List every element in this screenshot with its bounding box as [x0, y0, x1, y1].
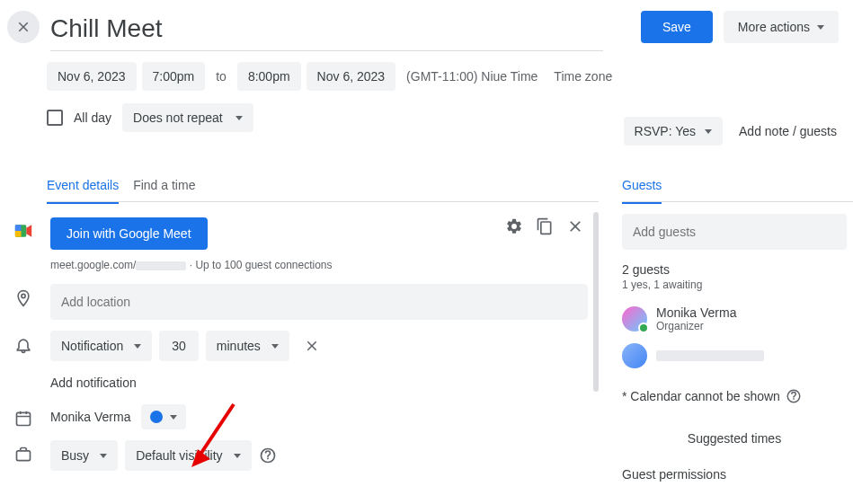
- more-actions-label: More actions: [738, 20, 810, 34]
- to-label: to: [210, 69, 232, 84]
- timezone-text: (GMT-11:00) Niue Time: [401, 69, 543, 84]
- end-date-chip[interactable]: Nov 6, 2023: [307, 62, 396, 91]
- availability-value: Busy: [61, 448, 89, 463]
- calendar-color-select[interactable]: [141, 404, 186, 429]
- guest-count: 2 guests: [622, 250, 847, 279]
- meet-icon: [7, 217, 40, 239]
- meet-link-text: meet.google.com/ · Up to 100 guest conne…: [7, 255, 599, 279]
- repeat-value: Does not repeat: [133, 111, 223, 125]
- svg-rect-4: [17, 412, 31, 425]
- tab-find-a-time[interactable]: Find a time: [133, 178, 195, 204]
- notification-unit-select[interactable]: minutes: [206, 331, 289, 361]
- remove-notification-button[interactable]: [297, 338, 327, 354]
- tab-event-details[interactable]: Event details: [47, 178, 119, 204]
- start-time-chip[interactable]: 7:00pm: [142, 62, 206, 91]
- calendar-warning-text: * Calendar cannot be shown: [622, 389, 780, 403]
- event-title-input[interactable]: [50, 11, 603, 51]
- redacted: [136, 261, 186, 270]
- guest-item-organizer[interactable]: Monika Verma Organizer: [622, 300, 847, 338]
- svg-point-3: [22, 294, 25, 297]
- join-google-meet-button[interactable]: Join with Google Meet: [50, 217, 208, 250]
- chevron-down-icon: [170, 415, 177, 420]
- divider: [622, 201, 853, 202]
- close-icon: [304, 338, 320, 354]
- remove-meet-icon[interactable]: [566, 217, 584, 235]
- gear-icon[interactable]: [505, 217, 523, 235]
- scrollbar[interactable]: [593, 212, 599, 392]
- tab-guests[interactable]: Guests: [622, 178, 662, 204]
- guest-item[interactable]: [622, 338, 847, 374]
- close-icon: [15, 19, 31, 35]
- visibility-value: Default visibility: [136, 448, 222, 463]
- all-day-label: All day: [74, 111, 111, 125]
- guest-role: Organizer: [656, 320, 736, 332]
- visibility-select[interactable]: Default visibility: [125, 440, 251, 471]
- copy-icon[interactable]: [536, 217, 554, 235]
- color-dot: [150, 411, 163, 423]
- timezone-link[interactable]: Time zone: [548, 69, 612, 84]
- briefcase-icon: [7, 440, 40, 464]
- avatar: [622, 343, 647, 368]
- warning-help-icon[interactable]: [786, 388, 802, 404]
- chevron-down-icon: [271, 344, 279, 349]
- bell-icon: [7, 331, 40, 354]
- suggested-times-link[interactable]: Suggested times: [622, 413, 847, 464]
- redacted: [656, 350, 764, 361]
- rsvp-value: RSVP: Yes: [635, 124, 697, 138]
- check-icon: [638, 323, 649, 333]
- rsvp-select[interactable]: RSVP: Yes: [624, 117, 724, 146]
- location-icon: [7, 284, 40, 307]
- availability-select[interactable]: Busy: [50, 440, 118, 471]
- calendar-owner-name: Monika Verma: [50, 410, 130, 424]
- add-notification-link[interactable]: Add notification: [7, 367, 599, 399]
- notification-type-value: Notification: [61, 339, 123, 353]
- repeat-select[interactable]: Does not repeat: [122, 103, 253, 132]
- chevron-down-icon: [235, 116, 243, 120]
- notification-type-select[interactable]: Notification: [50, 331, 152, 361]
- chevron-down-icon: [817, 25, 824, 30]
- start-date-chip[interactable]: Nov 6, 2023: [47, 62, 137, 91]
- svg-rect-2: [15, 231, 22, 237]
- notification-value-input[interactable]: 30: [159, 331, 199, 361]
- guest-status-summary: 1 yes, 1 awaiting: [622, 279, 847, 300]
- end-time-chip[interactable]: 8:00pm: [237, 62, 301, 91]
- avatar: [622, 306, 647, 332]
- save-button[interactable]: Save: [641, 11, 713, 43]
- more-actions-button[interactable]: More actions: [724, 11, 839, 43]
- chevron-down-icon: [134, 344, 141, 349]
- visibility-help-icon[interactable]: [259, 447, 277, 464]
- divider: [47, 201, 599, 202]
- guest-permissions-heading: Guest permissions: [622, 464, 847, 482]
- chevron-down-icon: [234, 454, 241, 458]
- guest-name: Monika Verma: [656, 305, 736, 320]
- svg-rect-1: [15, 225, 22, 231]
- close-button[interactable]: [7, 11, 40, 43]
- add-note-link[interactable]: Add note / guests: [739, 124, 837, 138]
- location-input[interactable]: [50, 284, 588, 320]
- chevron-down-icon: [705, 129, 712, 134]
- add-guests-input[interactable]: [622, 214, 847, 250]
- all-day-checkbox[interactable]: [47, 110, 63, 126]
- notification-unit-value: minutes: [217, 339, 261, 353]
- chevron-down-icon: [100, 454, 107, 458]
- svg-rect-5: [17, 451, 31, 461]
- calendar-icon: [7, 404, 40, 428]
